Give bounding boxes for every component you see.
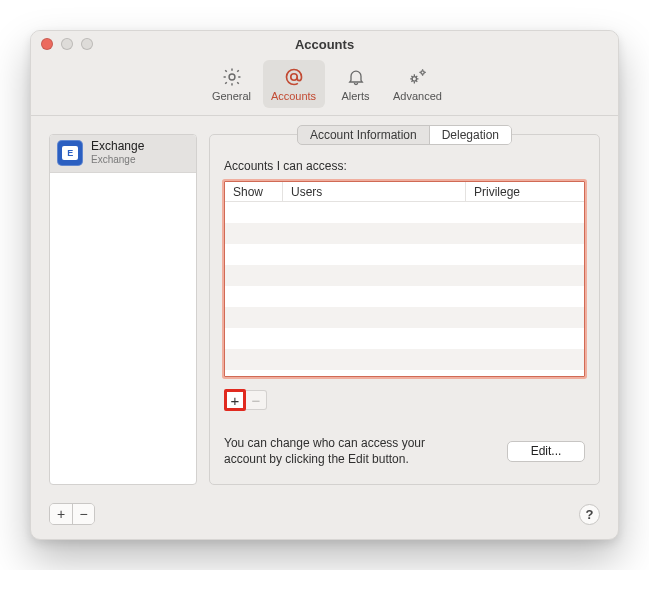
minimize-window-button[interactable] <box>61 38 73 50</box>
add-account-button[interactable]: + <box>50 504 72 524</box>
table-row <box>225 286 584 307</box>
column-show[interactable]: Show <box>225 182 283 201</box>
bell-icon <box>346 66 366 88</box>
account-subtitle: Exchange <box>91 154 144 166</box>
tab-accounts[interactable]: Accounts <box>263 60 325 108</box>
window-bottom-bar: + − ? <box>49 497 600 525</box>
svg-point-2 <box>412 77 416 81</box>
window-controls <box>41 38 93 50</box>
table-row <box>225 202 584 223</box>
svg-point-3 <box>420 71 423 74</box>
table-row <box>225 328 584 349</box>
table-row <box>225 349 584 370</box>
remove-delegate-button[interactable]: − <box>246 390 267 410</box>
help-button[interactable]: ? <box>579 504 600 525</box>
account-name: Exchange <box>91 140 144 154</box>
table-row <box>225 265 584 286</box>
delegation-hint: You can change who can access your accou… <box>224 435 454 467</box>
tab-general[interactable]: General <box>201 60 263 108</box>
account-add-remove: + − <box>49 503 95 525</box>
zoom-window-button[interactable] <box>81 38 93 50</box>
column-users[interactable]: Users <box>283 182 466 201</box>
tab-alerts[interactable]: Alerts <box>325 60 387 108</box>
tab-label: Accounts <box>271 90 316 102</box>
accounts-sidebar: E Exchange Exchange <box>49 134 197 485</box>
svg-point-1 <box>290 74 296 80</box>
table-row <box>225 223 584 244</box>
main-panel: Account Information Delegation Accounts … <box>209 134 600 485</box>
svg-point-0 <box>229 74 235 80</box>
panel-tabs: Account Information Delegation <box>297 125 512 145</box>
add-delegate-button[interactable]: + <box>224 389 246 411</box>
accounts-list[interactable]: E Exchange Exchange <box>49 134 197 485</box>
titlebar: Accounts <box>31 31 618 58</box>
delegation-access-table[interactable]: Show Users Privilege <box>224 181 585 377</box>
close-window-button[interactable] <box>41 38 53 50</box>
remove-account-button[interactable]: − <box>72 504 94 524</box>
column-privilege[interactable]: Privilege <box>466 182 584 201</box>
gear-icon <box>221 66 243 88</box>
account-item-exchange[interactable]: E Exchange Exchange <box>50 135 196 173</box>
tab-label: Advanced <box>393 90 442 102</box>
preferences-window: Accounts General Accounts <box>30 30 619 540</box>
tab-account-information[interactable]: Account Information <box>298 126 429 144</box>
at-icon <box>283 66 305 88</box>
tab-delegation[interactable]: Delegation <box>429 126 511 144</box>
table-row <box>225 244 584 265</box>
gears-icon <box>406 66 430 88</box>
edit-button[interactable]: Edit... <box>507 441 585 462</box>
table-row <box>225 307 584 328</box>
exchange-icon: E <box>57 140 83 166</box>
access-label: Accounts I can access: <box>224 159 585 173</box>
table-header: Show Users Privilege <box>225 182 584 202</box>
window-title: Accounts <box>295 37 354 52</box>
preferences-toolbar: General Accounts Alerts <box>31 58 618 116</box>
tab-label: Alerts <box>341 90 369 102</box>
tab-label: General <box>212 90 251 102</box>
content-area: E Exchange Exchange Account Information … <box>31 116 618 539</box>
tab-advanced[interactable]: Advanced <box>387 60 449 108</box>
